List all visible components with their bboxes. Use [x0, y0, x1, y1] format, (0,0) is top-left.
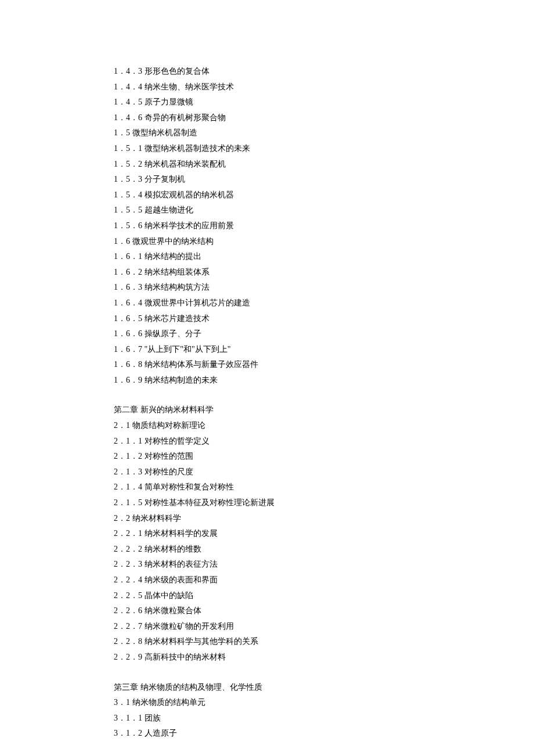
toc-entry: 3．1．1 团族 [114, 711, 534, 726]
toc-entry: 1．5．5 超越生物进化 [114, 203, 534, 218]
toc-entry: 2．1 物质结构对称新理论 [114, 418, 534, 434]
toc-entry: 第三章 纳米物质的结构及物理、化学性质 [114, 680, 534, 696]
toc-entry: 1．6．5 纳米芯片建造技术 [114, 311, 534, 327]
toc-entry: 2．1．1 对称性的哲学定义 [114, 434, 534, 449]
toc-entry: 1．5．1 微型纳米机器制造技术的未来 [114, 141, 534, 157]
toc-entry: 2．2．8 纳米材料科学与其他学科的关系 [114, 634, 534, 650]
toc-entry: 1．6 微观世界中的纳米结构 [114, 234, 534, 250]
toc-entry: 1．6．3 纳米结构构筑方法 [114, 280, 534, 296]
toc-entry: 2．1．4 简单对称性和复合对称性 [114, 480, 534, 495]
toc-entry: 1．6．6 操纵原子、分子 [114, 326, 534, 342]
toc-entry: 2．2．6 纳米微粒聚合体 [114, 603, 534, 619]
toc-entry: 1．4．5 原子力显微镜 [114, 95, 534, 110]
toc-entry: 2．2．3 纳米材料的表征方法 [114, 557, 534, 573]
toc-entry: 2．2．7 纳米微粒矿物的开发利用 [114, 619, 534, 635]
toc-entry: 2．2．2 纳米材料的维数 [114, 542, 534, 557]
section-gap [114, 388, 534, 402]
toc-entry: 2．2 纳米材料科学 [114, 511, 534, 527]
toc-entry: 第二章 新兴的纳米材料科学 [114, 402, 534, 418]
toc-entry: 1．6．8 纳米结构体系与新量子效应器件 [114, 357, 534, 373]
toc-entry: 1．5．6 纳米科学技术的应用前景 [114, 218, 534, 234]
toc-entry: 1．5．4 模拟宏观机器的纳米机器 [114, 188, 534, 203]
toc-entry: 2．2．4 纳米级的表面和界面 [114, 573, 534, 588]
toc-entry: 1．5．3 分子复制机 [114, 172, 534, 188]
toc-entry: 2．1．5 对称性基本特征及对称性理论新进展 [114, 495, 534, 511]
toc-entry: 3．1．2 人造原子 [114, 726, 534, 741]
toc-entry: 1．4．3 形形色色的复合体 [114, 64, 534, 80]
toc-entry: 1．6．4 微观世界中计算机芯片的建造 [114, 296, 534, 311]
section-gap [114, 665, 534, 680]
toc-entry: 2．2．9 高新科技中的纳米材料 [114, 650, 534, 665]
toc-entry: 1．6．1 纳米结构的提出 [114, 249, 534, 265]
toc-entry: 3．1 纳米物质的结构单元 [114, 695, 534, 711]
toc-entry: 2．2．1 纳米材料科学的发展 [114, 526, 534, 542]
toc-entry: 1．5．2 纳米机器和纳米装配机 [114, 157, 534, 172]
toc-entry: 1．4．4 纳米生物、纳米医学技术 [114, 80, 534, 95]
toc-entry: 1．4．6 奇异的有机树形聚合物 [114, 110, 534, 126]
toc-entry: 1．6．9 纳米结构制造的未来 [114, 373, 534, 388]
toc-entry: 1．6．2 纳米结构组装体系 [114, 265, 534, 280]
toc-entry: 2．1．2 对称性的范围 [114, 449, 534, 465]
toc-entry: 2．1．3 对称性的尺度 [114, 465, 534, 480]
table-of-contents: 1．4．3 形形色色的复合体1．4．4 纳米生物、纳米医学技术1．4．5 原子力… [114, 64, 534, 741]
toc-entry: 2．2．5 晶体中的缺陷 [114, 588, 534, 604]
toc-entry: 1．6．7 "从上到下"和"从下到上" [114, 342, 534, 358]
toc-entry: 1．5 微型纳米机器制造 [114, 125, 534, 141]
